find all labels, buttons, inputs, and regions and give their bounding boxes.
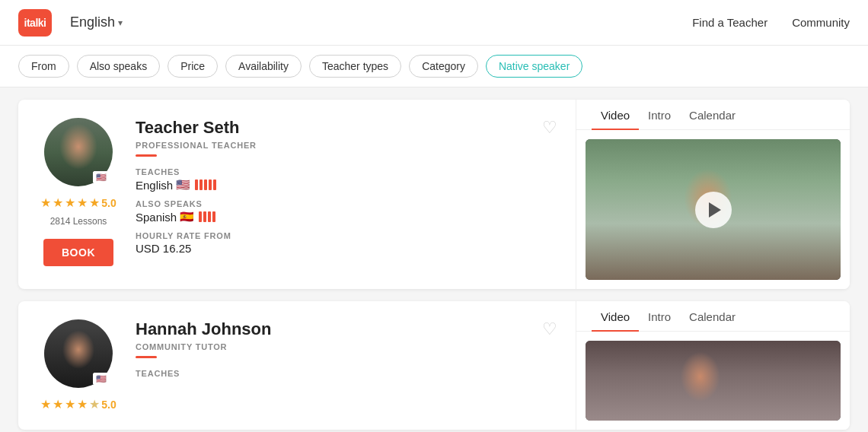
hourly-section-seth: HOURLY RATE FROM USD 16.25 xyxy=(136,231,557,255)
logo[interactable]: italki xyxy=(18,9,52,37)
teacher-card-seth: 🇺🇸 ★ ★ ★ ★ ★ 5.0 2814 Lessons BOOK Teach… xyxy=(18,100,850,289)
play-icon-seth xyxy=(709,202,721,218)
star-2: ★ xyxy=(53,195,63,210)
rating-num-seth: 5.0 xyxy=(101,197,116,209)
rating-num-hannah: 5.0 xyxy=(101,399,116,411)
play-button-seth[interactable] xyxy=(695,192,732,228)
teacher-photo-col-seth: 🇺🇸 ★ ★ ★ ★ ★ 5.0 2814 Lessons BOOK xyxy=(37,118,120,271)
red-line-hannah xyxy=(136,356,157,358)
avatar-wrapper-hannah: 🇺🇸 xyxy=(44,319,113,388)
tab-video-seth[interactable]: Video xyxy=(592,109,639,129)
filter-native-speaker[interactable]: Native speaker xyxy=(486,55,582,78)
lang-bar-2 xyxy=(199,179,203,190)
teacher-details-hannah: Hannah Johnson ♡ COMMUNITY TUTOR TEACHES xyxy=(136,319,557,411)
hourly-label-seth: HOURLY RATE FROM xyxy=(136,231,557,240)
video-thumb-hannah[interactable] xyxy=(586,341,841,421)
teaches-label-seth: TEACHES xyxy=(136,167,557,176)
header: italki English ▾ Find a Teacher Communit… xyxy=(0,0,868,46)
teaches-section-hannah: TEACHES xyxy=(136,369,557,378)
teacher-type-seth: PROFESSIONAL TEACHER xyxy=(136,141,557,150)
also-speaks-text-seth: Spanish xyxy=(136,211,177,224)
teacher-info-hannah: 🇺🇸 ★ ★ ★ ★ ★ 5.0 Hannah Johnson ♡ COMMUN… xyxy=(18,301,576,430)
red-line-seth xyxy=(136,154,157,157)
tab-video-hannah[interactable]: Video xyxy=(592,310,639,331)
teaches-value-seth: English 🇺🇸 xyxy=(136,178,557,192)
book-btn-seth[interactable]: BOOK xyxy=(43,239,113,266)
also-speaks-section-seth: ALSO SPEAKS Spanish 🇪🇸 xyxy=(136,199,557,224)
teacher-card-hannah: 🇺🇸 ★ ★ ★ ★ ★ 5.0 Hannah Johnson ♡ COMMUN… xyxy=(18,301,850,430)
header-nav: Find a Teacher Community xyxy=(692,16,850,29)
filter-teacher-types[interactable]: Teacher types xyxy=(309,55,401,78)
stars-hannah: ★ ★ ★ ★ ★ 5.0 xyxy=(40,397,116,411)
teacher-photo-col-hannah: 🇺🇸 ★ ★ ★ ★ ★ 5.0 xyxy=(37,319,120,411)
main-content: 🇺🇸 ★ ★ ★ ★ ★ 5.0 2814 Lessons BOOK Teach… xyxy=(0,87,868,432)
filter-from[interactable]: From xyxy=(18,55,69,78)
lang-bar-5 xyxy=(213,179,216,190)
also-bar-1 xyxy=(199,211,202,222)
lang-bars-also-seth xyxy=(199,211,215,222)
also-bar-3 xyxy=(208,211,211,222)
video-tabs-hannah: Video Intro Calendar xyxy=(576,301,850,332)
filter-category[interactable]: Category xyxy=(409,55,478,78)
video-tabs-seth: Video Intro Calendar xyxy=(576,100,850,130)
favorite-icon-hannah[interactable]: ♡ xyxy=(542,319,557,339)
lang-bar-1 xyxy=(195,179,198,190)
tab-intro-hannah[interactable]: Intro xyxy=(639,310,680,331)
teacher-name-hannah: Hannah Johnson xyxy=(136,319,271,339)
language-selector[interactable]: English ▾ xyxy=(70,14,123,30)
teacher-header-row-hannah: Hannah Johnson ♡ xyxy=(136,319,557,339)
stars-seth: ★ ★ ★ ★ ★ 5.0 xyxy=(40,195,116,210)
teaches-text-seth: English xyxy=(136,179,173,192)
video-panel-hannah: Video Intro Calendar xyxy=(576,301,850,430)
flag-also-speaks-seth: 🇪🇸 xyxy=(180,210,194,224)
teacher-details-seth: Teacher Seth ♡ PROFESSIONAL TEACHER TEAC… xyxy=(136,118,557,271)
lessons-count-seth: 2814 Lessons xyxy=(50,216,107,227)
filter-price[interactable]: Price xyxy=(168,55,218,78)
video-preview-hannah xyxy=(586,341,841,421)
teacher-header-row-seth: Teacher Seth ♡ xyxy=(136,118,557,138)
hannah-star-2: ★ xyxy=(53,397,63,411)
also-speaks-value-seth: Spanish 🇪🇸 xyxy=(136,210,557,224)
teacher-name-seth: Teacher Seth xyxy=(136,118,240,138)
star-4: ★ xyxy=(77,195,88,210)
star-3: ★ xyxy=(65,195,75,210)
filter-bar: From Also speaks Price Availability Teac… xyxy=(0,46,868,87)
chevron-down-icon: ▾ xyxy=(118,17,123,28)
also-bar-4 xyxy=(212,211,215,222)
teaches-section-seth: TEACHES English 🇺🇸 xyxy=(136,167,557,192)
avatar-wrapper-seth: 🇺🇸 xyxy=(44,118,113,186)
tab-intro-seth[interactable]: Intro xyxy=(639,109,680,129)
favorite-icon-seth[interactable]: ♡ xyxy=(542,118,557,138)
tab-calendar-seth[interactable]: Calendar xyxy=(680,109,745,129)
tab-calendar-hannah[interactable]: Calendar xyxy=(680,310,745,331)
teacher-type-hannah: COMMUNITY TUTOR xyxy=(136,342,557,351)
hannah-star-5: ★ xyxy=(89,397,100,411)
flag-hannah: 🇺🇸 xyxy=(93,373,110,385)
logo-icon: italki xyxy=(18,9,52,37)
find-teacher-link[interactable]: Find a Teacher xyxy=(692,16,767,29)
hannah-star-3: ★ xyxy=(65,397,75,411)
lang-bar-4 xyxy=(209,179,212,190)
lang-bars-seth xyxy=(195,179,216,190)
hannah-star-1: ★ xyxy=(40,397,51,411)
teaches-label-hannah: TEACHES xyxy=(136,369,557,378)
video-panel-seth: Video Intro Calendar xyxy=(576,100,850,289)
also-speaks-label-seth: ALSO SPEAKS xyxy=(136,199,557,208)
filter-also-speaks[interactable]: Also speaks xyxy=(77,55,160,78)
flag-teaches-seth: 🇺🇸 xyxy=(176,178,190,192)
hourly-rate-seth: USD 16.25 xyxy=(136,242,557,255)
teacher-info-seth: 🇺🇸 ★ ★ ★ ★ ★ 5.0 2814 Lessons BOOK Teach… xyxy=(18,100,576,289)
selected-language: English xyxy=(70,14,115,30)
star-1: ★ xyxy=(40,195,51,210)
community-link[interactable]: Community xyxy=(792,16,850,29)
filter-availability[interactable]: Availability xyxy=(225,55,302,78)
hannah-star-4: ★ xyxy=(77,397,88,411)
video-thumb-seth[interactable] xyxy=(586,139,841,280)
lang-bar-3 xyxy=(204,179,207,190)
flag-seth: 🇺🇸 xyxy=(93,171,110,183)
star-5: ★ xyxy=(89,195,100,210)
also-bar-2 xyxy=(203,211,206,222)
